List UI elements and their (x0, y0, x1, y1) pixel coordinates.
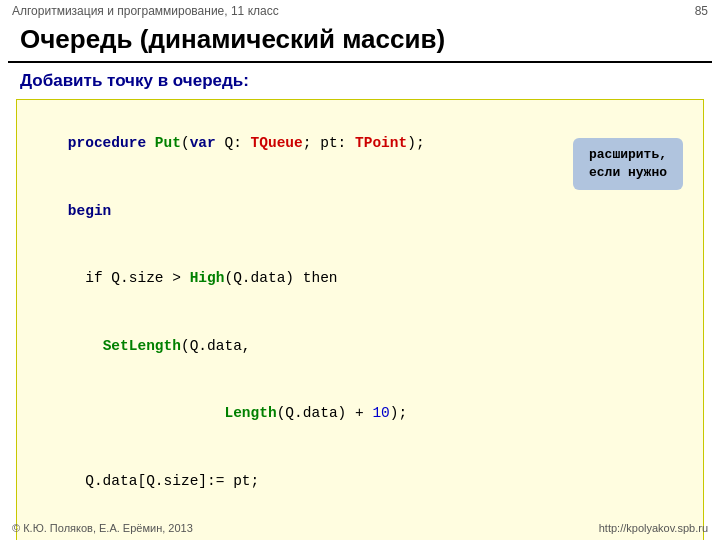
footer: © К.Ю. Поляков, Е.А. Ерёмин, 2013 http:/… (0, 522, 720, 534)
subtitle: Добавить точку в очередь: (0, 63, 720, 95)
course-label: Алгоритмизация и программирование, 11 кл… (12, 4, 279, 18)
page-number: 85 (695, 4, 708, 18)
code-block: procedure Put(var Q: TQueue; pt: TPoint)… (16, 99, 704, 540)
footer-right: http://kpolyakov.spb.ru (599, 522, 708, 534)
tooltip-text: расширить,если нужно (589, 147, 667, 180)
tooltip-bubble: расширить,если нужно (573, 138, 683, 190)
code-line-4: SetLength(Q.data, (33, 312, 687, 379)
footer-left: © К.Ю. Поляков, Е.А. Ерёмин, 2013 (12, 522, 193, 534)
code-line-6: Q.data[Q.size]:= pt; (33, 447, 687, 514)
code-line-5: Length(Q.data) + 10); (33, 380, 687, 447)
code-line-3: if Q.size > High(Q.data) then (33, 245, 687, 312)
page-title: Очередь (динамический массив) (8, 22, 712, 63)
